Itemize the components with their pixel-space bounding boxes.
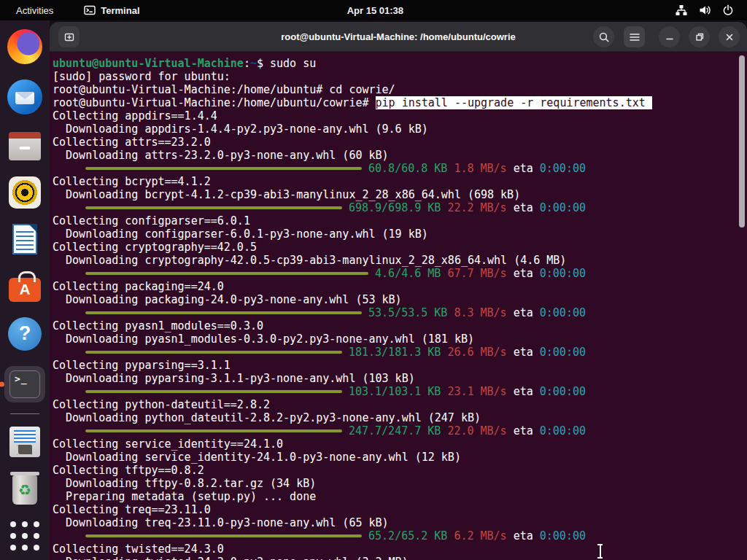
progress-speed: 22.0 MB/s	[447, 424, 506, 438]
rhythmbox-icon	[9, 176, 41, 209]
terminal-line: 65.2/65.2 KB6.2 MB/seta 0:00:00	[85, 529, 586, 542]
dock-item-files[interactable]	[6, 130, 44, 161]
dock-item-ubuntu-software[interactable]	[6, 271, 44, 302]
eta-label: eta	[514, 529, 540, 542]
terminal-line: Collecting twisted==24.3.0	[53, 542, 747, 556]
clock[interactable]: Apr 15 01:38	[347, 5, 403, 16]
new-tab-button[interactable]	[58, 26, 80, 47]
terminal-line: Collecting service_identity==24.1.0	[53, 438, 747, 451]
terminal-line: 247.7/247.7 KB22.0 MB/seta 0:00:00	[85, 424, 586, 438]
terminal-line: Collecting packaging==24.0	[53, 280, 747, 293]
terminal-window: root@ubuntu-Virtual-Machine: /home/ubunt…	[50, 22, 747, 560]
terminal-line: Collecting bcrypt==4.1.2	[53, 175, 747, 188]
eta-value: 0:00:00	[540, 346, 586, 359]
terminal-line: Collecting configparser==6.0.1	[53, 214, 747, 228]
prompt-user: ubuntu@ubuntu-Virtual-Machine	[53, 57, 244, 70]
prompt-prefix: root@ubuntu-Virtual-Machine:/home/ubuntu…	[53, 96, 376, 109]
eta-value: 0:00:00	[540, 306, 586, 319]
dock-item-trash[interactable]	[6, 472, 44, 505]
minimize-button[interactable]	[659, 26, 680, 47]
terminal-line: Collecting python-dateutil==2.8.2	[53, 398, 747, 411]
network-icon	[675, 4, 688, 16]
terminal-output[interactable]: ubuntu@ubuntu-Virtual-Machine:~$ sudo su…	[50, 52, 747, 560]
floppy-disk-icon	[9, 427, 40, 457]
restore-icon	[695, 33, 704, 42]
close-button[interactable]	[719, 26, 740, 47]
terminal-line: Downloading python_dateutil-2.8.2-py2.py…	[53, 411, 747, 424]
progress-eta: eta 0:00:00	[514, 267, 586, 280]
eta-value: 0:00:00	[540, 529, 586, 542]
prompt-path: ~	[250, 57, 257, 70]
progress-speed: 23.1 MB/s	[447, 385, 506, 398]
eta-value: 0:00:00	[540, 201, 586, 214]
terminal-line: 53.5/53.5 KB8.3 MB/seta 0:00:00	[85, 306, 586, 319]
dock-item-firefox[interactable]	[6, 29, 44, 64]
progress-size: 4.6/4.6 MB	[375, 267, 441, 280]
system-status-area[interactable]	[675, 0, 747, 20]
eta-value: 0:00:00	[540, 385, 586, 398]
close-icon	[725, 33, 734, 42]
menu-button[interactable]	[624, 26, 645, 47]
terminal-line: Downloading attrs-23.2.0-py3-none-any.wh…	[53, 149, 747, 162]
progress-eta: eta 0:00:00	[514, 201, 586, 214]
terminal-line: [sudo] password for ubuntu:	[53, 70, 747, 83]
progress-bar	[85, 351, 342, 354]
dock-item-show-applications[interactable]	[6, 520, 44, 551]
dock-item-floppy-disk[interactable]	[6, 426, 44, 457]
app-menu[interactable]: Terminal	[84, 4, 139, 16]
progress-speed: 6.2 MB/s	[454, 529, 506, 542]
search-icon	[598, 31, 610, 43]
activities-button[interactable]: Activities	[12, 4, 58, 18]
search-button[interactable]	[593, 26, 614, 47]
eta-label: eta	[514, 162, 540, 175]
progress-bar	[85, 311, 362, 314]
progress-speed: 67.7 MB/s	[447, 267, 506, 280]
prompt-command: $ sudo su	[257, 57, 316, 70]
dock-item-libreoffice-writer[interactable]	[6, 224, 44, 255]
dock	[0, 20, 50, 560]
terminal-line: Downloading configparser-6.0.1-py3-none-…	[53, 228, 747, 241]
terminal-line: Collecting attrs==23.2.0	[53, 136, 747, 149]
eta-label: eta	[514, 306, 540, 319]
libreoffice-writer-icon	[12, 224, 37, 254]
terminal-line: Downloading twisted-24.3.0-py3-none-any.…	[53, 556, 747, 560]
eta-value: 0:00:00	[540, 162, 586, 175]
help-icon	[8, 317, 42, 351]
restore-button[interactable]	[689, 26, 710, 47]
dock-item-help[interactable]	[6, 317, 44, 351]
progress-eta: eta 0:00:00	[514, 424, 586, 438]
progress-size: 181.3/181.3 KB	[349, 346, 441, 359]
terminal-line: Collecting pyparsing==3.1.1	[53, 359, 747, 372]
progress-bar	[85, 167, 362, 170]
desktop: Activities Terminal Apr 15 01:38	[0, 0, 747, 560]
terminal-line: 103.1/103.1 KB23.1 MB/seta 0:00:00	[85, 385, 586, 398]
window-titlebar[interactable]: root@ubuntu-Virtual-Machine: /home/ubunt…	[50, 22, 747, 52]
progress-bar	[85, 206, 342, 209]
eta-label: eta	[514, 267, 540, 280]
terminal-scrollbar-thumb[interactable]	[739, 55, 745, 228]
terminal-line: Collecting pyasn1_modules==0.3.0	[53, 319, 747, 332]
eta-label: eta	[514, 385, 540, 398]
mouse-cursor	[597, 544, 603, 559]
terminal-icon	[9, 370, 40, 398]
progress-size: 698.9/698.9 KB	[349, 201, 441, 214]
selected-command: pip install --upgrade -r requirements.tx…	[376, 96, 652, 109]
progress-speed: 26.6 MB/s	[447, 346, 506, 359]
progress-size: 103.1/103.1 KB	[349, 385, 441, 398]
dock-item-thunderbird[interactable]	[6, 79, 44, 114]
terminal-line: root@ubuntu-Virtual-Machine:/home/ubuntu…	[53, 96, 747, 109]
progress-speed: 1.8 MB/s	[454, 162, 506, 175]
show-applications-icon	[10, 521, 39, 551]
eta-label: eta	[514, 424, 540, 438]
new-tab-icon	[63, 31, 75, 43]
progress-eta: eta 0:00:00	[514, 306, 586, 319]
thunderbird-icon	[7, 79, 42, 114]
menu-icon	[630, 33, 640, 42]
dock-separator	[10, 413, 39, 414]
dock-item-terminal[interactable]	[4, 366, 45, 402]
dock-item-rhythmbox[interactable]	[6, 176, 44, 209]
files-icon	[9, 137, 41, 160]
progress-size: 247.7/247.7 KB	[349, 424, 441, 438]
terminal-line: 4.6/4.6 MB67.7 MB/seta 0:00:00	[85, 267, 586, 280]
eta-label: eta	[514, 201, 540, 214]
